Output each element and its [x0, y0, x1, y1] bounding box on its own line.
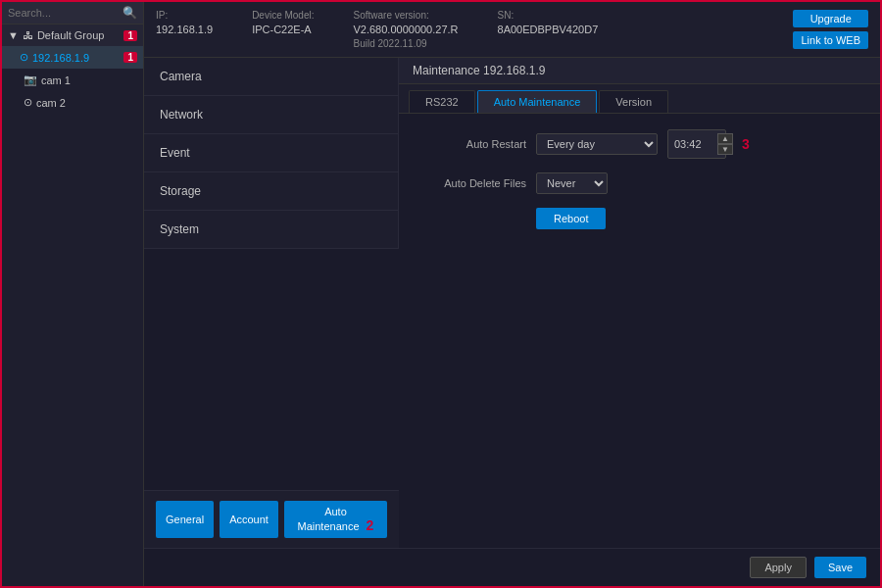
- auto-maintenance-button[interactable]: Auto Maintenance 2: [284, 501, 387, 538]
- sn-value: 8A00EDBPBV420D7: [498, 24, 599, 35]
- left-menu: Camera Network Event Storage System: [144, 58, 399, 249]
- menu-item-event[interactable]: Event: [144, 134, 398, 172]
- device-icon: ⊙: [20, 51, 28, 64]
- sidebar-group-default[interactable]: ▼ 🖧 Default Group 1: [2, 24, 143, 46]
- camera-icon-1: 📷: [24, 74, 37, 86]
- group-label: Default Group: [37, 29, 104, 41]
- menu-item-storage[interactable]: Storage: [144, 172, 398, 211]
- tab-rs232[interactable]: RS232: [409, 90, 475, 113]
- time-up-button[interactable]: ▲: [717, 133, 733, 144]
- device-ip: 192.168.1.9: [32, 52, 89, 64]
- sidebar-camera-2[interactable]: ⊙ cam 2: [2, 91, 143, 114]
- tab-version[interactable]: Version: [599, 90, 668, 113]
- reboot-button[interactable]: Reboot: [536, 208, 606, 229]
- sidebar: 🔍 ▼ 🖧 Default Group 1 ⊙ 192.168.1.9 1 📷 …: [2, 2, 144, 586]
- sidebar-camera-1[interactable]: 📷 cam 1: [2, 69, 143, 91]
- settings-form: Auto Restart Every day Never Every Monda…: [399, 114, 880, 245]
- save-button[interactable]: Save: [814, 557, 866, 578]
- time-spinner: ▲ ▼: [717, 133, 733, 155]
- tree-expand-icon: ▼: [8, 29, 19, 41]
- auto-delete-row: Auto Delete Files Never 1 day 3 days 7 d…: [418, 172, 860, 194]
- auto-restart-label: Auto Restart: [418, 138, 526, 150]
- upgrade-button[interactable]: Upgrade: [793, 10, 868, 27]
- info-sn: SN: 8A00EDBPBV420D7: [498, 10, 599, 35]
- model-value: IPC-C22E-A: [252, 24, 314, 35]
- model-label: Device Model:: [252, 10, 314, 21]
- main-content: Camera Network Event Storage System: [144, 58, 880, 548]
- settings-title: Maintenance 192.168.1.9: [399, 58, 880, 84]
- auto-delete-label: Auto Delete Files: [418, 177, 526, 189]
- info-software: Software version: V2.680.0000000.27.R Bu…: [353, 10, 458, 49]
- reboot-row: Reboot: [418, 208, 860, 229]
- build-value: Build 2022.11.09: [353, 38, 458, 49]
- settings-panel: Maintenance 192.168.1.9 RS232 Auto Maint…: [399, 58, 880, 548]
- menu-buttons: General Account Auto Maintenance 2: [144, 490, 399, 548]
- camera-icon-2: ⊙: [24, 96, 32, 109]
- menu-item-camera[interactable]: Camera: [144, 58, 398, 96]
- content-area: 🔍 ▼ 🖧 Default Group 1 ⊙ 192.168.1.9 1 📷 …: [2, 2, 880, 586]
- linkweb-button[interactable]: Link to WEB: [793, 31, 868, 49]
- search-input[interactable]: [8, 7, 119, 19]
- tab-auto-maintenance[interactable]: Auto Maintenance: [477, 90, 598, 113]
- general-button[interactable]: General: [156, 501, 214, 538]
- right-panel: IP: 192.168.1.9 Device Model: IPC-C22E-A…: [144, 2, 880, 586]
- ip-label: IP:: [156, 10, 213, 21]
- device-info-header: IP: 192.168.1.9 Device Model: IPC-C22E-A…: [144, 2, 880, 58]
- sw-value: V2.680.0000000.27.R: [353, 24, 458, 35]
- sw-label: Software version:: [353, 10, 458, 21]
- badge-2: 2: [367, 517, 374, 533]
- header-buttons: Upgrade Link to WEB: [793, 10, 868, 49]
- search-icon: 🔍: [122, 6, 137, 20]
- info-model: Device Model: IPC-C22E-A: [252, 10, 314, 35]
- time-input[interactable]: [674, 138, 713, 150]
- time-field: ▲ ▼: [667, 129, 726, 159]
- main-layout: 🔍 ▼ 🖧 Default Group 1 ⊙ 192.168.1.9 1 📷 …: [2, 2, 880, 586]
- search-bar: 🔍: [2, 2, 143, 24]
- time-down-button[interactable]: ▼: [717, 144, 733, 155]
- tabs-row: RS232 Auto Maintenance Version: [399, 84, 880, 114]
- sidebar-device-192[interactable]: ⊙ 192.168.1.9 1: [2, 46, 143, 69]
- account-button[interactable]: Account: [220, 501, 278, 538]
- menu-item-system[interactable]: System: [144, 211, 398, 249]
- sn-label: SN:: [498, 10, 599, 21]
- menu-item-network[interactable]: Network: [144, 96, 398, 134]
- info-ip: IP: 192.168.1.9: [156, 10, 213, 35]
- camera-label-2: cam 2: [36, 97, 66, 109]
- group-icon: 🖧: [23, 29, 33, 41]
- auto-restart-select[interactable]: Every day Never Every Monday Every Tuesd…: [536, 133, 658, 155]
- left-side: Camera Network Event Storage System: [144, 58, 399, 548]
- camera-label-1: cam 1: [41, 74, 71, 86]
- ip-value: 192.168.1.9: [156, 24, 213, 35]
- group-badge: 1: [123, 30, 137, 41]
- auto-restart-row: Auto Restart Every day Never Every Monda…: [418, 129, 860, 159]
- auto-delete-select[interactable]: Never 1 day 3 days 7 days 14 days 30 day…: [536, 172, 608, 194]
- apply-button[interactable]: Apply: [750, 557, 807, 578]
- badge-3: 3: [742, 136, 750, 152]
- device-badge: 1: [123, 52, 137, 63]
- footer: Apply Save: [144, 548, 880, 586]
